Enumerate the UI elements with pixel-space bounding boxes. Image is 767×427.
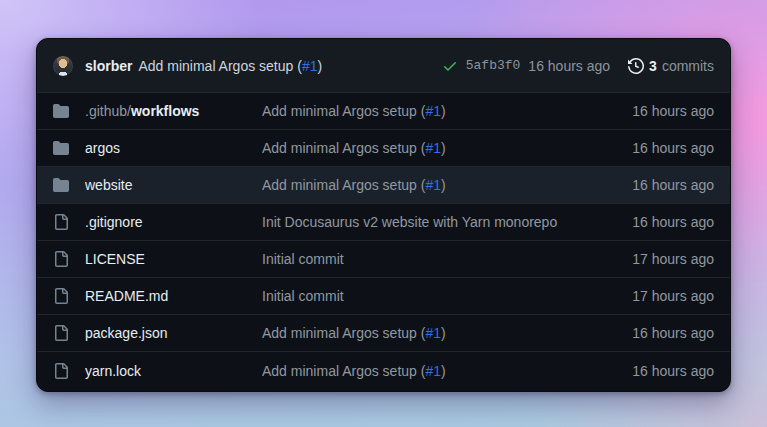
file-browser-card: slorber Add minimal Argos setup (#1) 5af… xyxy=(36,38,731,392)
row-commit-time: 16 hours ago xyxy=(604,214,714,230)
table-row[interactable]: .github/workflows Add minimal Argos setu… xyxy=(37,93,730,130)
file-icon xyxy=(53,251,69,267)
commit-sha-link[interactable]: 5afb3f0 xyxy=(466,58,521,73)
row-commit-message[interactable]: Add minimal Argos setup (#1) xyxy=(262,325,604,341)
file-icon xyxy=(53,363,69,379)
pull-request-link[interactable]: #1 xyxy=(302,58,318,74)
pull-request-link[interactable]: #1 xyxy=(425,140,441,156)
file-name-link[interactable]: yarn.lock xyxy=(85,363,262,379)
file-name-link[interactable]: LICENSE xyxy=(85,251,262,267)
file-name-link[interactable]: README.md xyxy=(85,288,262,304)
file-name: .gitignore xyxy=(85,214,143,230)
commit-meta: 5afb3f0 16 hours ago 3 commits xyxy=(442,58,714,74)
latest-commit-header: slorber Add minimal Argos setup (#1) 5af… xyxy=(37,39,730,93)
file-name: argos xyxy=(85,140,120,156)
pull-request-link[interactable]: #1 xyxy=(425,363,441,379)
file-name: yarn.lock xyxy=(85,363,141,379)
row-commit-time: 17 hours ago xyxy=(604,288,714,304)
file-name: README.md xyxy=(85,288,168,304)
folder-icon xyxy=(53,140,69,156)
file-name: workflows xyxy=(131,103,199,119)
file-list: .github/workflows Add minimal Argos setu… xyxy=(37,93,730,389)
table-row[interactable]: yarn.lock Add minimal Argos setup (#1) 1… xyxy=(37,352,730,389)
file-name: package.json xyxy=(85,325,168,341)
file-icon xyxy=(53,288,69,304)
row-commit-time: 16 hours ago xyxy=(604,363,714,379)
row-commit-time: 17 hours ago xyxy=(604,251,714,267)
history-icon xyxy=(628,58,644,74)
row-commit-message[interactable]: Add minimal Argos setup (#1) xyxy=(262,363,604,379)
file-name: LICENSE xyxy=(85,251,145,267)
row-commit-message[interactable]: Initial commit xyxy=(262,251,604,267)
table-row[interactable]: argos Add minimal Argos setup (#1) 16 ho… xyxy=(37,130,730,167)
commits-count: 3 xyxy=(649,58,657,74)
commit-message[interactable]: Add minimal Argos setup (#1) xyxy=(138,58,322,74)
commit-time: 16 hours ago xyxy=(528,58,610,74)
commit-author-link[interactable]: slorber xyxy=(85,58,132,74)
table-row[interactable]: LICENSE Initial commit 17 hours ago xyxy=(37,241,730,278)
commits-label: commits xyxy=(662,58,714,74)
file-name-link[interactable]: .gitignore xyxy=(85,214,262,230)
row-commit-message[interactable]: Add minimal Argos setup (#1) xyxy=(262,177,604,193)
row-commit-message[interactable]: Add minimal Argos setup (#1) xyxy=(262,103,604,119)
file-name-link[interactable]: website xyxy=(85,177,262,193)
commit-message-text: Add minimal Argos setup ( xyxy=(138,58,301,74)
table-row[interactable]: website Add minimal Argos setup (#1) 16 … xyxy=(37,167,730,204)
table-row[interactable]: package.json Add minimal Argos setup (#1… xyxy=(37,315,730,352)
file-icon xyxy=(53,214,69,230)
commit-history-link[interactable]: 3 commits xyxy=(628,58,714,74)
row-commit-time: 16 hours ago xyxy=(604,103,714,119)
file-icon xyxy=(53,325,69,341)
file-name-link[interactable]: argos xyxy=(85,140,262,156)
row-commit-time: 16 hours ago xyxy=(604,140,714,156)
file-name-link[interactable]: package.json xyxy=(85,325,262,341)
avatar[interactable] xyxy=(53,56,73,76)
table-row[interactable]: .gitignore Init Docusaurus v2 website wi… xyxy=(37,204,730,241)
pull-request-link[interactable]: #1 xyxy=(425,325,441,341)
row-commit-message[interactable]: Initial commit xyxy=(262,288,604,304)
commit-message-suffix: ) xyxy=(317,58,322,74)
folder-icon xyxy=(53,177,69,193)
row-commit-message[interactable]: Add minimal Argos setup (#1) xyxy=(262,140,604,156)
file-name-link[interactable]: .github/workflows xyxy=(85,103,262,119)
folder-icon xyxy=(53,103,69,119)
row-commit-time: 16 hours ago xyxy=(604,325,714,341)
pull-request-link[interactable]: #1 xyxy=(425,177,441,193)
table-row[interactable]: README.md Initial commit 17 hours ago xyxy=(37,278,730,315)
row-commit-message[interactable]: Init Docusaurus v2 website with Yarn mon… xyxy=(262,214,604,230)
row-commit-time: 16 hours ago xyxy=(604,177,714,193)
file-path-prefix: .github/ xyxy=(85,103,131,119)
pull-request-link[interactable]: #1 xyxy=(425,103,441,119)
file-name: website xyxy=(85,177,132,193)
checks-success-icon[interactable] xyxy=(442,58,458,74)
